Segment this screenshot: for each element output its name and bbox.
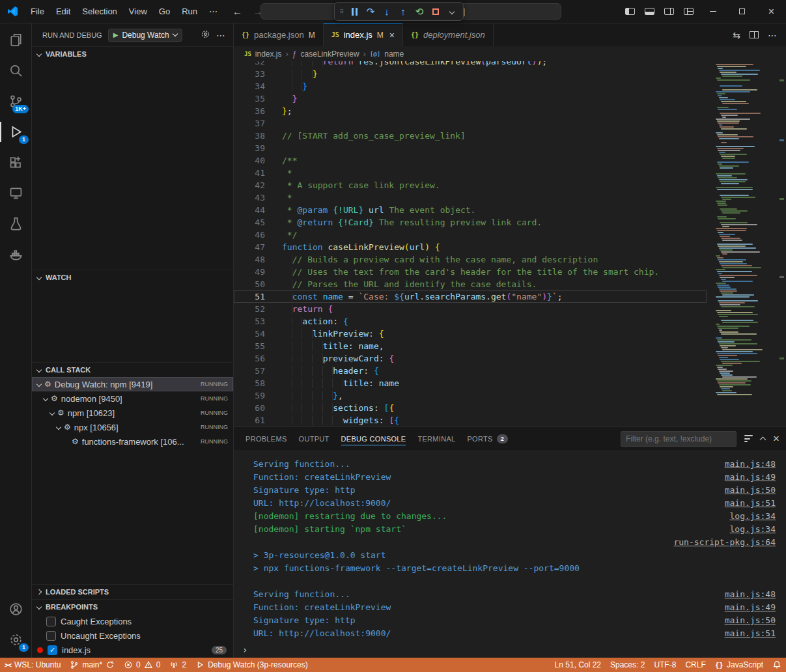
close-button[interactable]: × xyxy=(757,0,786,23)
language-mode-item[interactable]: {} JavaScript xyxy=(710,658,768,672)
debug-session-dropdown[interactable] xyxy=(444,4,460,20)
code-line[interactable]: 44 * @param {!URL} url The event object. xyxy=(234,204,707,216)
sidebar-item-run-and-debug[interactable]: 1 xyxy=(0,117,31,147)
overview-ruler[interactable] xyxy=(777,61,786,427)
callstack-item[interactable]: ⚙npm [10623]RUNNING xyxy=(32,406,233,420)
breakpoint-checkbox[interactable]: ✓ xyxy=(46,617,56,626)
close-panel-icon[interactable]: × xyxy=(773,432,779,445)
console-source-link[interactable]: main.js:51 xyxy=(725,497,776,510)
console-source-link[interactable]: main.js:49 xyxy=(725,601,776,614)
open-changes-icon[interactable]: ⇆ xyxy=(733,30,740,40)
notifications-item[interactable] xyxy=(768,658,786,672)
console-filter-input[interactable] xyxy=(621,431,737,447)
code-line[interactable]: 48 // Builds a preview card with the cas… xyxy=(234,253,707,266)
menu-go[interactable]: Go xyxy=(153,0,176,23)
command-center[interactable]: tu] ⠿ ↷ ↓ ↑ ⟲ xyxy=(260,3,561,20)
code-line[interactable]: 55 title: name, xyxy=(234,340,707,352)
close-icon[interactable]: × xyxy=(389,30,395,40)
panel-tab-ports[interactable]: PORTS2 xyxy=(467,427,508,450)
panel-tab-terminal[interactable]: TERMINAL xyxy=(417,427,455,450)
callstack-item[interactable]: ⚙Debug Watch: npm [9419]RUNNING xyxy=(32,377,233,391)
encoding-item[interactable]: UTF-8 xyxy=(649,658,681,672)
debug-config-dropdown[interactable]: ▶ Debug Watch xyxy=(108,29,182,42)
restart-button[interactable]: ⟲ xyxy=(412,4,427,20)
breadcrumb-file[interactable]: index.js xyxy=(255,49,282,59)
sidebar-item-extensions[interactable] xyxy=(0,147,31,178)
code-line[interactable]: 58 title: name xyxy=(234,377,707,389)
panel-tab-debug-console[interactable]: DEBUG CONSOLE xyxy=(341,427,406,450)
call-stack-header[interactable]: CALL STACK xyxy=(32,363,233,377)
callstack-item[interactable]: ⚙functions-framework [106...RUNNING xyxy=(32,434,233,449)
callstack-item[interactable]: ⚙npx [10656]RUNNING xyxy=(32,420,233,434)
tab-deployment.json[interactable]: {}deployment.json xyxy=(403,23,494,46)
start-debug-icon[interactable]: ▶ xyxy=(113,31,119,38)
variables-header[interactable]: VARIABLES xyxy=(32,47,233,61)
debug-status-item[interactable]: Debug Watch (3p-resources) xyxy=(191,658,313,672)
indentation-item[interactable]: Spaces: 2 xyxy=(606,658,649,672)
views-more-button[interactable]: ⋯ xyxy=(216,30,227,40)
code-line[interactable]: 53 action: { xyxy=(234,315,707,328)
panel-tab-problems[interactable]: PROBLEMS xyxy=(246,427,287,450)
breakpoint-item[interactable]: ✓index.js25 xyxy=(32,643,233,657)
code-line[interactable]: 32 return res.json(caseLinkPreview(parse… xyxy=(234,61,707,68)
menu-edit[interactable]: Edit xyxy=(50,0,76,23)
step-out-button[interactable]: ↑ xyxy=(395,4,411,20)
menu-view[interactable]: View xyxy=(123,0,153,23)
code-line[interactable]: 42 * A support case link preview. xyxy=(234,179,707,191)
maximize-button[interactable] xyxy=(727,0,757,23)
settings-button[interactable]: 1 xyxy=(0,624,31,655)
callstack-item[interactable]: ⚙nodemon [9450]RUNNING xyxy=(32,391,233,406)
sidebar-item-testing[interactable] xyxy=(0,208,31,239)
code-line[interactable]: 34 } xyxy=(234,80,707,92)
breakpoint-item[interactable]: ✓Uncaught Exceptions xyxy=(32,628,233,643)
breakpoint-checkbox[interactable]: ✓ xyxy=(48,645,57,655)
loaded-scripts-header[interactable]: LOADED SCRIPTS xyxy=(32,585,233,599)
code-line[interactable]: 61 widgets: [{ xyxy=(234,414,707,427)
menu-⋯[interactable]: ⋯ xyxy=(203,0,223,23)
console-source-link[interactable]: log.js:34 xyxy=(730,523,776,536)
code-line[interactable]: 52 return { xyxy=(234,303,707,315)
breakpoints-header[interactable]: BREAKPOINTS xyxy=(32,600,233,614)
code-line[interactable]: 41 * xyxy=(234,167,707,179)
code-line[interactable]: 46 */ xyxy=(234,229,707,241)
accounts-button[interactable] xyxy=(0,594,31,624)
code-line[interactable]: 35 } xyxy=(234,92,707,105)
pause-button[interactable] xyxy=(346,4,362,20)
code-line[interactable]: 40/** xyxy=(234,154,707,167)
code-line[interactable]: 56 previewCard: { xyxy=(234,352,707,365)
console-source-link[interactable]: main.js:48 xyxy=(725,588,776,601)
panel-tab-output[interactable]: OUTPUT xyxy=(299,427,330,450)
breadcrumb-symbol[interactable]: caseLinkPreview xyxy=(301,49,359,59)
eol-item[interactable]: CRLF xyxy=(681,658,710,672)
cursor-position-item[interactable]: Ln 51, Col 22 xyxy=(550,658,606,672)
back-arrow-icon[interactable]: ← xyxy=(232,6,242,17)
toggle-sidebar-button[interactable] xyxy=(620,0,639,23)
console-source-link[interactable]: log.js:34 xyxy=(730,510,776,523)
menu-selection[interactable]: Selection xyxy=(76,0,122,23)
console-source-link[interactable]: main.js:48 xyxy=(725,458,776,471)
code-line[interactable]: 50 // Parses the URL and identify the ca… xyxy=(234,278,707,290)
split-editor-icon[interactable] xyxy=(750,31,759,38)
menu-run[interactable]: Run xyxy=(176,0,203,23)
code-line[interactable]: 47function caseLinkPreview(url) { xyxy=(234,241,707,253)
debug-settings-button[interactable] xyxy=(201,29,210,41)
sidebar-item-search[interactable] xyxy=(0,55,31,86)
code-line[interactable]: 59 }, xyxy=(234,389,707,402)
customize-layout-button[interactable] xyxy=(679,0,698,23)
drag-handle-icon[interactable]: ⠿ xyxy=(338,9,346,14)
remote-indicator[interactable]: >< WSL: Ubuntu xyxy=(0,658,65,672)
toggle-secondary-sidebar-button[interactable] xyxy=(659,0,679,23)
code-line[interactable]: 51 const name = `Case: ${url.searchParam… xyxy=(234,290,707,303)
sidebar-item-docker[interactable] xyxy=(0,239,31,270)
menu-file[interactable]: File xyxy=(25,0,50,23)
toggle-panel-button[interactable] xyxy=(639,0,659,23)
code-line[interactable]: 36}; xyxy=(234,105,707,117)
minimap[interactable] xyxy=(714,61,777,427)
more-actions-icon[interactable]: ⋯ xyxy=(768,30,777,40)
console-source-link[interactable]: main.js:50 xyxy=(725,484,776,497)
code-line[interactable]: 39 xyxy=(234,142,707,154)
console-source-link[interactable]: run-script-pkg.js:64 xyxy=(673,536,776,549)
tab-index.js[interactable]: JSindex.jsM× xyxy=(324,23,403,46)
tab-package.json[interactable]: {}package.jsonM xyxy=(234,23,324,46)
debug-console[interactable]: Serving function...main.js:48Function: c… xyxy=(234,450,786,658)
